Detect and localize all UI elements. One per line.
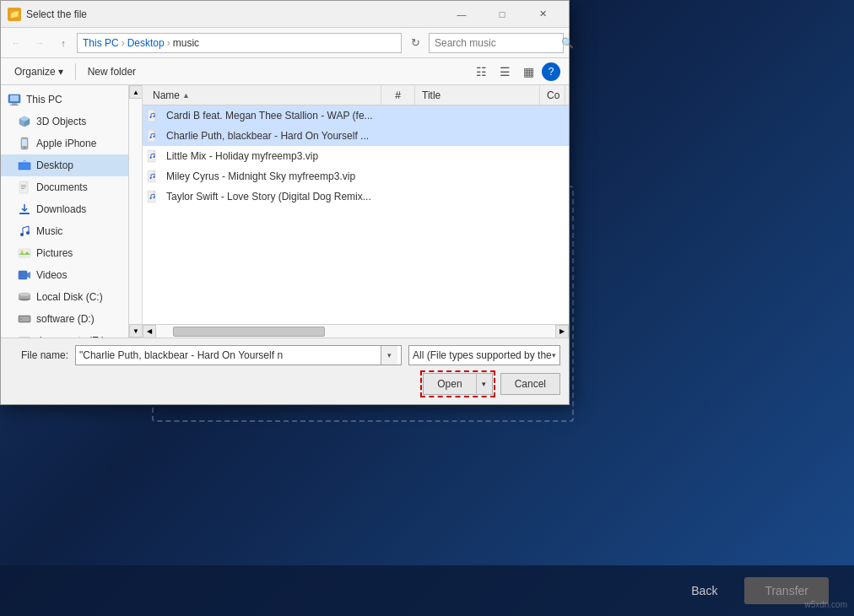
back-button[interactable]: Back xyxy=(674,577,734,604)
file-name-2: Charlie Puth, blackbear - Hard On Yourse… xyxy=(163,130,411,142)
title-bar-controls: — □ ✕ xyxy=(442,1,562,28)
sidebar-item-downloads[interactable]: Downloads xyxy=(1,198,142,220)
view-columns-button[interactable]: ▦ xyxy=(518,62,538,82)
dialog-bottom: File name: "Charlie Puth, blackbear - Ha… xyxy=(1,338,569,404)
desktop-folder-icon xyxy=(18,159,31,172)
refresh-button[interactable]: ↻ xyxy=(405,33,425,53)
pc-icon xyxy=(8,93,21,106)
svg-rect-11 xyxy=(19,162,30,163)
file-list: Cardi B feat. Megan Thee Stallion - WAP … xyxy=(143,105,569,324)
title-bar-icon: 📁 xyxy=(8,8,21,21)
file-item-3[interactable]: Little Mix - Holiday myfreemp3.vip xyxy=(143,146,569,166)
svg-point-18 xyxy=(26,231,30,235)
file-dialog: 📁 Select the file — □ ✕ ← → ↑ This PC › … xyxy=(0,0,570,405)
open-button[interactable]: Open xyxy=(423,373,475,395)
music-file-icon-3 xyxy=(146,149,159,163)
forward-nav-button[interactable]: → xyxy=(30,33,50,53)
title-bar: 📁 Select the file — □ ✕ xyxy=(1,1,569,28)
sidebar-label-desktop: Desktop xyxy=(36,159,73,171)
sidebar: ▲ ▼ This PC xyxy=(1,85,143,338)
organize-button[interactable]: Organize ▾ xyxy=(9,63,68,80)
breadcrumb-current: music xyxy=(173,37,199,49)
h-scroll-right-button[interactable]: ▶ xyxy=(555,325,569,338)
svg-point-27 xyxy=(20,318,22,320)
sidebar-item-local-disk-c[interactable]: Local Disk (C:) xyxy=(1,286,142,308)
svg-point-33 xyxy=(154,116,155,117)
minimize-button[interactable]: — xyxy=(442,1,481,28)
open-dropdown-arrow[interactable]: ▾ xyxy=(476,373,493,395)
col-header-title[interactable]: Title xyxy=(415,85,540,105)
address-bar: ← → ↑ This PC › Desktop › music ↻ 🔍 xyxy=(1,28,569,58)
breadcrumb-chevron-1: › xyxy=(122,37,125,49)
sidebar-item-desktop[interactable]: Desktop xyxy=(1,154,142,176)
sidebar-scroll-down[interactable]: ▼ xyxy=(129,324,143,338)
help-button[interactable]: ? xyxy=(542,62,560,81)
breadcrumb-bar[interactable]: This PC › Desktop › music xyxy=(77,33,402,53)
col-header-more[interactable]: Co xyxy=(540,85,565,105)
documents-icon xyxy=(18,181,31,194)
up-nav-button[interactable]: ↑ xyxy=(53,33,73,53)
h-scroll-thumb[interactable] xyxy=(173,327,325,337)
sidebar-item-music[interactable]: Music xyxy=(1,220,142,242)
search-box[interactable]: 🔍 xyxy=(429,33,564,53)
app-bottom-bar: Back Transfer xyxy=(0,565,854,616)
file-item-4[interactable]: Miley Cyrus - Midnight Sky myfreemp3.vip xyxy=(143,166,569,186)
col-header-num[interactable]: # xyxy=(381,85,415,105)
file-name-input[interactable]: "Charlie Puth, blackbear - Hard On Yours… xyxy=(75,345,402,365)
svg-point-45 xyxy=(154,197,155,198)
file-type-select[interactable]: All (File types supported by the ▾ xyxy=(408,345,560,365)
svg-rect-21 xyxy=(19,271,27,279)
sidebar-label-this-pc: This PC xyxy=(26,94,62,105)
file-name-3: Little Mix - Holiday myfreemp3.vip xyxy=(163,150,411,162)
sidebar-item-3d-objects[interactable]: 3D Objects xyxy=(1,111,142,132)
sidebar-label-pictures: Pictures xyxy=(36,247,73,259)
svg-point-42 xyxy=(154,176,155,178)
file-item-5[interactable]: Taylor Swift - Love Story (Digital Dog R… xyxy=(143,186,569,207)
action-row: Open ▾ Cancel xyxy=(9,370,560,397)
sidebar-label-downloads: Downloads xyxy=(36,203,86,215)
sidebar-label-music: Music xyxy=(36,225,62,237)
view-list-button[interactable]: ☰ xyxy=(495,62,515,82)
sidebar-item-videos[interactable]: Videos xyxy=(1,264,142,286)
file-item-1[interactable]: Cardi B feat. Megan Thee Stallion - WAP … xyxy=(143,105,569,126)
videos-icon xyxy=(18,268,31,282)
search-input[interactable] xyxy=(435,37,561,49)
sidebar-item-apple-iphone[interactable]: Apple iPhone xyxy=(1,132,142,154)
file-name-dropdown[interactable]: ▾ xyxy=(381,346,397,365)
sidebar-item-documents[interactable]: Documents xyxy=(1,176,142,198)
svg-rect-2 xyxy=(12,103,17,105)
search-icon: 🔍 xyxy=(561,37,574,49)
sidebar-scroll-up[interactable]: ▲ xyxy=(129,85,143,99)
svg-point-17 xyxy=(20,233,24,236)
breadcrumb-desktop[interactable]: Desktop xyxy=(127,37,165,49)
svg-rect-1 xyxy=(10,95,19,101)
sidebar-item-pictures[interactable]: Pictures xyxy=(1,242,142,264)
new-folder-button[interactable]: New folder xyxy=(83,63,141,80)
sidebar-item-documents-e[interactable]: documents (E:) xyxy=(1,330,142,338)
col-header-name[interactable]: Name ▲ xyxy=(146,85,381,105)
sidebar-label-documents-e: documents (E:) xyxy=(36,335,105,338)
maximize-button[interactable]: □ xyxy=(483,1,522,28)
toolbar: Organize ▾ New folder ☷ ☰ ▦ ? xyxy=(1,58,569,85)
view-toggle-button[interactable]: ☷ xyxy=(471,62,491,82)
svg-rect-13 xyxy=(21,185,26,186)
drive-d-icon xyxy=(18,312,31,326)
file-name-4: Miley Cyrus - Midnight Sky myfreemp3.vip xyxy=(163,170,411,182)
sidebar-item-this-pc[interactable]: This PC xyxy=(1,89,142,111)
breadcrumb-this-pc[interactable]: This PC xyxy=(83,37,119,49)
sidebar-item-software-d[interactable]: software (D:) xyxy=(1,308,142,330)
h-scroll-left-button[interactable]: ◀ xyxy=(143,325,156,338)
organize-arrow: ▾ xyxy=(58,66,63,78)
svg-rect-3 xyxy=(10,105,19,105)
music-file-icon-1 xyxy=(146,109,159,122)
close-button[interactable]: ✕ xyxy=(523,1,562,28)
file-name-row: File name: "Charlie Puth, blackbear - Ha… xyxy=(9,345,560,365)
file-name-5: Taylor Swift - Love Story (Digital Dog R… xyxy=(163,191,411,203)
file-item-2[interactable]: Charlie Puth, blackbear - Hard On Yourse… xyxy=(143,126,569,146)
cancel-button[interactable]: Cancel xyxy=(500,373,560,395)
sidebar-label-documents: Documents xyxy=(36,181,88,193)
music-file-icon-5 xyxy=(146,190,159,203)
back-nav-button[interactable]: ← xyxy=(6,33,26,53)
svg-point-24 xyxy=(19,293,30,296)
file-type-arrow: ▾ xyxy=(552,351,556,359)
